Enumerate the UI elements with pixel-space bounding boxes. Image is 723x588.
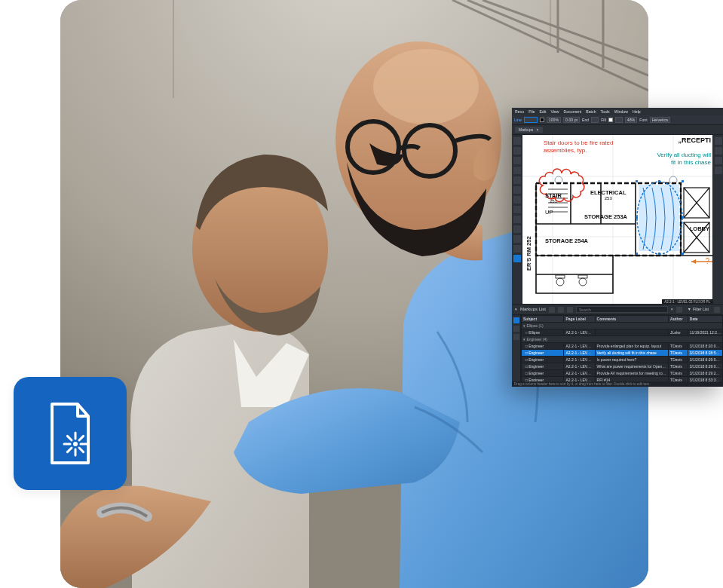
toolbar-ribbon: Line 100% 0.00 pt End Fill 48% Font Helv… — [512, 115, 723, 125]
markups-toolbar: ▾ Markups List × ▼ Filter List — [512, 305, 723, 315]
opacity-field[interactable]: 48% — [625, 117, 637, 123]
markups-attach-icon[interactable] — [549, 307, 555, 313]
group-ellipse[interactable]: ▾ Ellipse (1) — [522, 323, 723, 329]
svg-point-21 — [73, 442, 78, 446]
svg-rect-43 — [636, 180, 638, 182]
line-color-swatch[interactable] — [540, 118, 544, 122]
menu-bar[interactable]: Revu File Edit View Document Batch Tools… — [512, 108, 723, 115]
revu-app-window: Revu File Edit View Document Batch Tools… — [512, 108, 723, 387]
markups-view-other-icon[interactable] — [513, 326, 519, 332]
menu-document[interactable]: Document — [564, 109, 582, 114]
room-storage-a: STORAGE 253A — [584, 213, 627, 220]
panel-markups-icon[interactable] — [513, 255, 521, 262]
question-mark-icon[interactable]: ? — [705, 257, 709, 266]
room-ers-rm: ER'S RM 252 — [525, 237, 532, 271]
room-lobby: LOBBY — [690, 225, 709, 232]
annotation-green-text[interactable]: Verify all ducting will fit in this chas… — [651, 152, 711, 166]
table-row[interactable]: □ Engineer A2.2-1 - LEVE...Provide AV re… — [522, 370, 723, 377]
group-engineer[interactable]: ▾ Engineer (4) — [522, 336, 723, 343]
panel-layers-icon[interactable] — [513, 176, 521, 184]
panel-bookmarks-icon[interactable] — [513, 147, 521, 155]
svg-rect-48 — [658, 253, 660, 255]
markups-tool-icon[interactable] — [567, 307, 573, 313]
fill-hatch-dropdown[interactable] — [615, 117, 623, 123]
markups-side-rail — [512, 315, 521, 381]
panel-studio-icon[interactable] — [513, 245, 521, 253]
right-panel-icon[interactable] — [715, 147, 722, 155]
panel-signatures-icon[interactable] — [513, 206, 521, 213]
markups-tool-icon[interactable] — [558, 307, 564, 313]
document-tab[interactable]: Markups × — [515, 127, 543, 133]
line-style-label: Line — [514, 118, 522, 122]
table-row[interactable]: □ Engineer A2.2-1 - LEVE...Is power requ… — [522, 357, 723, 363]
weight-field[interactable]: 0.00 pt — [563, 117, 580, 123]
markups-columns-icon[interactable] — [676, 307, 682, 313]
menu-edit[interactable]: Edit — [539, 109, 546, 114]
markups-view-list-icon[interactable] — [513, 317, 519, 323]
filter-list-button[interactable]: ▼ Filter List — [685, 307, 711, 311]
markups-export-icon[interactable] — [714, 307, 720, 313]
stair-up-label: UP — [545, 209, 553, 216]
right-panel-icon[interactable] — [715, 167, 722, 174]
svg-rect-46 — [682, 253, 684, 255]
funnel-icon: ▼ — [688, 307, 691, 311]
chevron-down-icon[interactable]: ▾ — [515, 307, 517, 311]
svg-rect-44 — [682, 180, 684, 182]
svg-marker-52 — [691, 259, 696, 264]
table-row-selected[interactable]: □ Engineer A2.2-1 - LEVE...Verify all du… — [522, 350, 723, 357]
annotation-red-text[interactable]: Stair doors to be fire rated assemblies,… — [544, 139, 626, 154]
panel-sets-icon[interactable] — [513, 235, 521, 243]
markups-view-other-icon[interactable] — [513, 334, 519, 340]
menu-tools[interactable]: Tools — [601, 109, 610, 114]
line-style-dropdown[interactable] — [524, 117, 538, 123]
menu-batch[interactable]: Batch — [586, 109, 596, 114]
markups-search-input[interactable] — [576, 306, 668, 313]
font-label: Font — [639, 118, 647, 122]
svg-rect-54 — [556, 275, 565, 278]
menu-window[interactable]: Window — [614, 109, 628, 114]
table-row[interactable]: ○ Ellipse A2.2-1 - LEVE... JLake 11/19/2… — [522, 329, 723, 336]
right-panel-icon[interactable] — [715, 157, 722, 164]
svg-line-17 — [67, 436, 72, 440]
page-number-badge: A2.2-1 - LEVEL 02 FLOOR PL — [662, 299, 712, 304]
right-tool-rail — [712, 135, 723, 304]
room-storage-b: STORAGE 254A — [545, 237, 588, 244]
fill-color-swatch[interactable] — [608, 118, 613, 122]
panel-links-icon[interactable] — [513, 216, 521, 223]
menu-revu[interactable]: Revu — [515, 109, 524, 114]
panel-measure-icon[interactable] — [513, 186, 521, 194]
panel-properties-icon[interactable] — [513, 157, 521, 164]
font-dropdown[interactable]: Helvetica — [650, 117, 670, 123]
panel-forms-icon[interactable] — [513, 196, 521, 204]
drawing-canvas[interactable]: Stair doors to be fire rated assemblies,… — [522, 135, 712, 304]
fill-label: Fill — [601, 118, 606, 122]
svg-point-53 — [556, 278, 564, 286]
col-comments[interactable]: Comments — [595, 316, 669, 323]
svg-line-20 — [79, 436, 84, 440]
col-date[interactable]: Date — [688, 316, 722, 323]
end-style-dropdown[interactable] — [591, 117, 599, 123]
document-tab-strip: Markups × — [512, 125, 723, 135]
panel-spaces-icon[interactable] — [513, 225, 521, 233]
zoom-field[interactable]: 100% — [547, 117, 561, 123]
panel-search-icon[interactable] — [513, 167, 521, 174]
svg-point-55 — [579, 278, 587, 286]
markups-status-bar: Drag a column header here to sort by it,… — [512, 381, 723, 387]
menu-view[interactable]: View — [550, 109, 559, 114]
col-author[interactable]: Author — [669, 316, 688, 323]
right-panel-icon[interactable] — [715, 137, 722, 145]
col-subject[interactable]: Subject — [522, 316, 564, 323]
menu-file[interactable]: File — [528, 109, 535, 114]
table-row[interactable]: □ Engineer A2.2-1 - LEVE...Provide enlar… — [522, 343, 723, 350]
svg-line-19 — [67, 448, 72, 452]
clear-search-icon[interactable]: × — [671, 307, 673, 311]
menu-help[interactable]: Help — [633, 109, 641, 114]
markups-table[interactable]: Subject Page Label Comments Author Date … — [521, 315, 723, 381]
close-icon[interactable]: × — [537, 127, 539, 132]
panel-thumbnails-icon[interactable] — [513, 137, 521, 145]
room-electrical: ELECTRICAL 253 — [590, 189, 626, 201]
table-row[interactable]: □ Engineer A2.2-1 - LEVE...What are powe… — [522, 363, 723, 370]
col-page[interactable]: Page Label — [564, 316, 595, 323]
room-reception: „RECEPTI — [678, 136, 711, 145]
document-processing-tile — [14, 377, 127, 490]
